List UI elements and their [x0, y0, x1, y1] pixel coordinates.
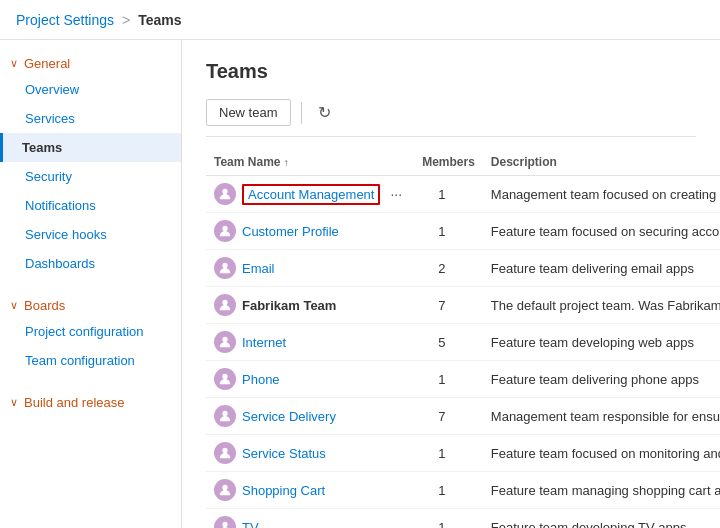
- team-icon: [214, 220, 236, 242]
- team-name-link[interactable]: Internet: [242, 335, 286, 350]
- svg-point-8: [222, 485, 227, 490]
- teams-table: Team Name ↑ Members Description Account …: [206, 149, 720, 528]
- team-description: Feature team delivering phone apps: [483, 361, 720, 398]
- team-description: Feature team delivering email apps: [483, 250, 720, 287]
- team-description: Feature team focused on securing accoun: [483, 213, 720, 250]
- team-description: Feature team developing web apps: [483, 324, 720, 361]
- main-content: Teams New team ↻ Team Name ↑ Members Des…: [182, 40, 720, 528]
- team-name-cell: Phone: [206, 361, 414, 398]
- team-name-link[interactable]: Service Status: [242, 446, 326, 461]
- team-name-cell: Service Status: [206, 435, 414, 472]
- team-name-link[interactable]: TV: [242, 520, 259, 529]
- team-members-count: 1: [414, 435, 483, 472]
- team-icon: [214, 405, 236, 427]
- table-row[interactable]: TV1Feature team developing TV apps: [206, 509, 720, 529]
- sidebar-section-build-label: Build and release: [24, 395, 124, 410]
- team-name-cell: Internet: [206, 324, 414, 361]
- page-title: Teams: [206, 60, 696, 83]
- team-context-menu-button[interactable]: ···: [386, 186, 406, 202]
- team-icon: [214, 368, 236, 390]
- sort-indicator: ↑: [284, 157, 289, 168]
- team-icon: [214, 516, 236, 528]
- svg-point-9: [222, 522, 227, 527]
- table-row[interactable]: Service Status1Feature team focused on m…: [206, 435, 720, 472]
- sidebar-item-dashboards[interactable]: Dashboards: [0, 249, 181, 278]
- table-row[interactable]: Internet5Feature team developing web app…: [206, 324, 720, 361]
- svg-point-6: [222, 411, 227, 416]
- sidebar-item-project-config[interactable]: Project configuration: [0, 317, 181, 346]
- team-name-cell: TV: [206, 509, 414, 529]
- team-members-count: 1: [414, 213, 483, 250]
- team-icon: [214, 442, 236, 464]
- team-description: Feature team managing shopping cart app: [483, 472, 720, 509]
- table-row[interactable]: Email2Feature team delivering email apps: [206, 250, 720, 287]
- team-members-count: 1: [414, 509, 483, 529]
- sidebar-section-boards[interactable]: ∨ Boards: [0, 290, 181, 317]
- team-description: Feature team developing TV apps: [483, 509, 720, 529]
- team-members-count: 7: [414, 287, 483, 324]
- team-description: Management team focused on creating an: [483, 176, 720, 213]
- col-header-name[interactable]: Team Name ↑: [206, 149, 414, 176]
- team-icon: [214, 183, 236, 205]
- team-description: Management team responsible for ensure: [483, 398, 720, 435]
- team-name-link[interactable]: Service Delivery: [242, 409, 336, 424]
- team-name-cell: Account Management···: [206, 176, 414, 213]
- table-row[interactable]: Phone1Feature team delivering phone apps: [206, 361, 720, 398]
- sidebar-item-team-config[interactable]: Team configuration: [0, 346, 181, 375]
- sidebar-item-service-hooks[interactable]: Service hooks: [0, 220, 181, 249]
- svg-point-4: [222, 337, 227, 342]
- team-name-link[interactable]: Email: [242, 261, 275, 276]
- svg-point-7: [222, 448, 227, 453]
- new-team-button[interactable]: New team: [206, 99, 291, 126]
- team-description: Feature team focused on monitoring and: [483, 435, 720, 472]
- svg-point-5: [222, 374, 227, 379]
- team-members-count: 1: [414, 361, 483, 398]
- table-row[interactable]: Fabrikam Team7The default project team. …: [206, 287, 720, 324]
- col-header-members[interactable]: Members: [414, 149, 483, 176]
- team-description: The default project team. Was Fabrikam F…: [483, 287, 720, 324]
- top-bar: Project Settings > Teams: [0, 0, 720, 40]
- sidebar-section-boards-label: Boards: [24, 298, 65, 313]
- sidebar-item-services[interactable]: Services: [0, 104, 181, 133]
- refresh-button[interactable]: ↻: [312, 101, 337, 124]
- sidebar-section-general-label: General: [24, 56, 70, 71]
- table-row[interactable]: Customer Profile1Feature team focused on…: [206, 213, 720, 250]
- team-members-count: 5: [414, 324, 483, 361]
- team-name-link[interactable]: Fabrikam Team: [242, 298, 336, 313]
- breadcrumb-parent[interactable]: Project Settings: [16, 12, 114, 28]
- team-members-count: 1: [414, 472, 483, 509]
- sidebar-item-teams[interactable]: Teams: [0, 133, 181, 162]
- team-name-link[interactable]: Shopping Cart: [242, 483, 325, 498]
- team-name-link[interactable]: Account Management: [242, 187, 380, 202]
- svg-point-3: [222, 300, 227, 305]
- table-header-row: Team Name ↑ Members Description: [206, 149, 720, 176]
- table-row[interactable]: Service Delivery7Management team respons…: [206, 398, 720, 435]
- sidebar-item-notifications[interactable]: Notifications: [0, 191, 181, 220]
- sidebar-section-build[interactable]: ∨ Build and release: [0, 387, 181, 414]
- sidebar: ∨ General Overview Services Teams Securi…: [0, 40, 182, 528]
- toolbar-divider: [301, 102, 302, 124]
- svg-point-1: [222, 226, 227, 231]
- table-row[interactable]: Account Management···1Management team fo…: [206, 176, 720, 213]
- team-name-cell: Email: [206, 250, 414, 287]
- team-icon: [214, 257, 236, 279]
- breadcrumb-separator: >: [122, 12, 130, 28]
- sidebar-item-security[interactable]: Security: [0, 162, 181, 191]
- team-name-link[interactable]: Customer Profile: [242, 224, 339, 239]
- main-layout: ∨ General Overview Services Teams Securi…: [0, 40, 720, 528]
- team-members-count: 2: [414, 250, 483, 287]
- chevron-down-icon-boards: ∨: [10, 299, 18, 312]
- svg-point-0: [222, 189, 227, 194]
- breadcrumb: Project Settings > Teams: [16, 12, 182, 28]
- chevron-down-icon: ∨: [10, 57, 18, 70]
- chevron-down-icon-build: ∨: [10, 396, 18, 409]
- team-name-link[interactable]: Phone: [242, 372, 280, 387]
- table-row[interactable]: Shopping Cart1Feature team managing shop…: [206, 472, 720, 509]
- team-members-count: 1: [414, 176, 483, 213]
- sidebar-item-overview[interactable]: Overview: [0, 75, 181, 104]
- team-name-cell: Fabrikam Team: [206, 287, 414, 324]
- svg-point-2: [222, 263, 227, 268]
- team-name-cell: Service Delivery: [206, 398, 414, 435]
- breadcrumb-current: Teams: [138, 12, 181, 28]
- sidebar-section-general[interactable]: ∨ General: [0, 48, 181, 75]
